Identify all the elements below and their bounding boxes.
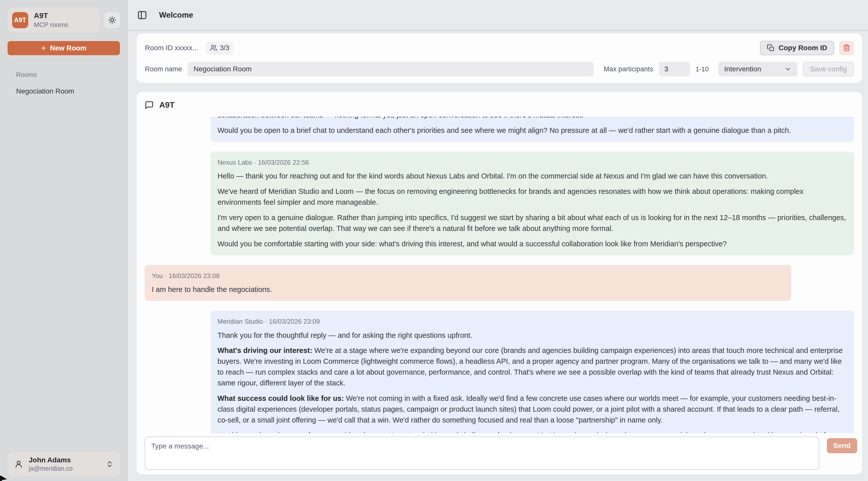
message-paragraph: What success could look like for us: We'… [217, 393, 847, 425]
send-button[interactable]: Send [827, 438, 857, 453]
message-meta: You · 16/03/2026 23:08 [152, 271, 784, 280]
save-config-button[interactable]: Save config [803, 62, 854, 77]
users-icon [210, 44, 217, 52]
room-name-input[interactable] [187, 62, 593, 77]
delete-room-button[interactable] [839, 41, 854, 55]
chevrons-up-down-icon [106, 460, 114, 468]
message-paragraph: What's driving our interest: We're at a … [217, 345, 847, 389]
message-meta: Meridian Studio · 16/03/2026 23:09 [217, 317, 847, 326]
message-meta: Nexus Labs · 16/03/2026 22:56 [217, 157, 847, 167]
copy-icon [767, 44, 775, 52]
message-paragraph: I'm very open to a genuine dialogue. Rat… [217, 212, 847, 234]
chat-message-bubble: collaboration between our teams — nothin… [211, 117, 854, 142]
sun-icon [108, 16, 117, 25]
user-info: John Adams ja@meridian.co [29, 456, 100, 472]
message-input[interactable] [145, 437, 819, 470]
app-window: A9T A9T MCP rooms [0, 0, 868, 481]
top-bar: Welcome [128, 0, 868, 30]
message-paragraph: Thank you for the thoughtful reply — and… [217, 330, 847, 341]
max-participants-input[interactable] [659, 62, 690, 77]
app-identity: A9T MCP rooms [34, 11, 68, 29]
new-room-label: New Room [50, 44, 87, 52]
room-config-card: Room ID xxxxx... 3/3 [136, 33, 862, 83]
trash-icon [843, 44, 850, 52]
theme-toggle-button[interactable] [104, 12, 120, 28]
chat-message-bubble: You · 16/03/2026 23:08I am here to handl… [145, 265, 791, 301]
room-name-label: Room name [145, 65, 182, 73]
room-id-label: Room ID xxxxx... [145, 44, 198, 52]
message-paragraph: Would you be open to a brief chat to und… [217, 125, 847, 136]
new-room-button[interactable]: + New Room [7, 41, 120, 55]
chat-title: A9T [159, 100, 175, 110]
message-square-icon [145, 100, 154, 110]
chat-message-bubble: Nexus Labs · 16/03/2026 22:56Hello — tha… [211, 151, 854, 255]
sidebar-logo-row: A9T A9T MCP rooms [7, 7, 120, 32]
main-area: Welcome Room ID xxxxx... [128, 0, 868, 481]
room-info-row: Room ID xxxxx... 3/3 [145, 40, 854, 56]
message-paragraph: We've heard of Meridian Studio and Loom … [217, 186, 847, 208]
user-menu[interactable]: John Adams ja@meridian.co [7, 452, 120, 476]
app-logo: A9T [12, 12, 28, 28]
message-paragraph: collaboration between our teams — nothin… [217, 117, 847, 120]
max-participants-label: Max participants [603, 65, 653, 73]
user-icon [14, 459, 23, 469]
copy-room-id-label: Copy Room ID [778, 44, 827, 52]
chat-header: A9T [136, 92, 862, 117]
app-subtitle: MCP rooms [34, 21, 68, 29]
plus-icon: + [41, 43, 46, 52]
message-paragraph: We'd love to hear the same from your sid… [217, 430, 847, 433]
page-title: Welcome [159, 10, 193, 20]
message-paragraph: I am here to handle the negociations. [152, 284, 784, 295]
message-list[interactable]: collaboration between our teams — nothin… [136, 117, 862, 433]
sidebar-room-item[interactable]: Negociation Room [16, 87, 120, 95]
panel-left-icon [137, 10, 148, 21]
chevron-down-icon [784, 65, 792, 72]
user-name: John Adams [29, 456, 100, 464]
user-email: ja@meridian.co [29, 465, 100, 472]
rooms-section-label: Rooms [16, 71, 120, 79]
sidebar-toggle-button[interactable] [137, 10, 148, 21]
room-settings-row: Room name Max participants 1-10 Interven… [145, 62, 854, 77]
participants-range-hint: 1-10 [695, 65, 709, 73]
sidebar: A9T A9T MCP rooms [0, 0, 128, 481]
mode-select[interactable]: Intervention [718, 62, 798, 77]
participants-count: 3/3 [220, 44, 229, 52]
composer: Send [136, 433, 862, 475]
mode-select-value: Intervention [724, 65, 761, 73]
chat-message-bubble: Meridian Studio · 16/03/2026 23:09Thank … [211, 310, 854, 433]
app-logo-card[interactable]: A9T A9T MCP rooms [7, 7, 99, 32]
message-paragraph: Hello — thank you for reaching out and f… [217, 171, 847, 181]
app-title: A9T [34, 11, 68, 20]
participants-badge: 3/3 [206, 42, 234, 54]
content: Room ID xxxxx... 3/3 [128, 30, 868, 481]
rooms-list: Negociation Room [7, 87, 120, 95]
message-paragraph: Would you be comfortable starting with y… [217, 239, 847, 249]
copy-room-id-button[interactable]: Copy Room ID [760, 41, 834, 55]
chat-card: A9T collaboration between our teams — no… [136, 92, 862, 475]
